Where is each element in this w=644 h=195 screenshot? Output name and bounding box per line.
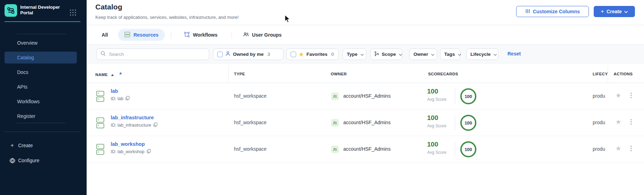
- favorite-star-button[interactable]: ★: [615, 92, 621, 99]
- favorites-label: Favorites: [306, 52, 327, 57]
- tab-divider: [171, 31, 171, 39]
- sidebar-divider: [17, 123, 66, 123]
- row-menu-button[interactable]: ⋮: [628, 118, 634, 126]
- entity-type: hsf_workspace: [234, 93, 266, 99]
- owned-by-me-filter[interactable]: Owned by me 3: [213, 48, 284, 60]
- page-subtitle: Keep track of applications, services, we…: [95, 15, 239, 20]
- entity-name-link[interactable]: lab: [111, 88, 118, 94]
- app-window: Internal Developer Portal Overview Catal…: [0, 0, 644, 195]
- entity-id: ID: lab: [111, 96, 130, 102]
- column-header-scorecards[interactable]: SCORECARDS: [428, 72, 458, 76]
- sort-asc-icon: [111, 73, 115, 77]
- search-box: [96, 48, 209, 60]
- favorite-star-button[interactable]: ★: [615, 145, 621, 152]
- entity-name-link[interactable]: lab_infrastructure: [111, 115, 154, 120]
- copy-icon[interactable]: [125, 96, 130, 102]
- avg-score-label: Avg Score: [427, 123, 446, 128]
- page-header: Catalog Keep track of applications, serv…: [87, 0, 644, 25]
- filter-bar: Owned by me 3 ★ Favorites 0 Type: [87, 45, 644, 63]
- search-icon: [101, 51, 106, 58]
- entity-id: ID: lab_infrastructure: [111, 122, 158, 128]
- column-header-name[interactable]: NAME: [95, 72, 122, 77]
- sidebar: Internal Developer Portal Overview Catal…: [0, 0, 87, 195]
- favorites-count: 0: [331, 52, 334, 57]
- chevron-down-icon: [493, 52, 497, 57]
- tab-resources[interactable]: Resources: [118, 29, 165, 41]
- score-divider: [455, 142, 455, 157]
- column-header-owner[interactable]: OWNER: [331, 72, 347, 76]
- entity-name-link[interactable]: lab_workshop: [111, 141, 145, 147]
- reset-filters-link[interactable]: Reset: [507, 51, 521, 57]
- row-menu-button[interactable]: ⋮: [628, 92, 634, 99]
- sidebar-item-register[interactable]: Register: [5, 110, 77, 122]
- brand-logo-icon: [5, 4, 17, 17]
- entity-lifecycle: produ: [593, 146, 607, 152]
- row-menu-button[interactable]: ⋮: [628, 145, 634, 152]
- sidebar-divider: [5, 132, 80, 132]
- tab-workflows[interactable]: Workflows: [178, 29, 224, 41]
- copy-icon[interactable]: [153, 122, 158, 128]
- entity-id-text: ID: lab: [111, 96, 123, 101]
- avg-score-value: 100: [427, 141, 438, 148]
- sidebar-item-workflows[interactable]: Workflows: [5, 96, 77, 107]
- tab-workflows-label: Workflows: [193, 32, 218, 38]
- tab-all-label: All: [102, 32, 108, 38]
- star-icon: ★: [299, 52, 303, 57]
- sidebar-create-button[interactable]: + Create: [0, 140, 87, 151]
- sidebar-item-docs[interactable]: Docs: [5, 66, 77, 78]
- column-header-actions: ACTIONS: [614, 72, 633, 76]
- page-title: Catalog: [95, 3, 122, 11]
- score-divider: [455, 89, 455, 104]
- chevron-down-icon: [458, 52, 461, 57]
- plus-icon: +: [9, 140, 16, 151]
- brand-title: Internal Developer Portal: [20, 5, 65, 16]
- scope-dropdown[interactable]: Scope: [370, 48, 402, 60]
- main-content: Catalog Keep track of applications, serv…: [87, 0, 644, 195]
- layers-icon: [124, 32, 130, 38]
- tags-dropdown[interactable]: Tags: [440, 48, 460, 60]
- columns-icon: [525, 9, 530, 15]
- pin-icon[interactable]: [118, 73, 122, 77]
- table-row[interactable]: lab_workshop ID: lab_workshop hsf_worksp…: [87, 136, 644, 163]
- scope-dropdown-label: Scope: [382, 52, 396, 57]
- column-header-lifecycle[interactable]: LIFECY: [593, 72, 608, 76]
- entity-owner: account/HSF_Admins: [343, 146, 390, 152]
- sidebar-item-label: Workflows: [17, 99, 39, 104]
- owned-by-me-checkbox[interactable]: [217, 52, 223, 57]
- lifecycle-dropdown-label: Lifecycle: [470, 52, 491, 57]
- column-header-type[interactable]: TYPE: [234, 72, 245, 76]
- lifecycle-dropdown[interactable]: Lifecycle: [466, 48, 498, 60]
- table-header: NAME TYPE OWNER SCORECARDS LIFECY ACTION…: [87, 66, 644, 83]
- workspace-icon: [96, 117, 104, 130]
- type-dropdown[interactable]: Type: [343, 48, 366, 60]
- sidebar-item-label: Docs: [17, 69, 28, 75]
- create-button[interactable]: + Create: [594, 6, 635, 17]
- sidebar-item-label: APIs: [17, 84, 28, 90]
- sidebar-item-overview[interactable]: Overview: [5, 37, 77, 49]
- entity-type: hsf_workspace: [234, 146, 266, 152]
- tab-user-groups[interactable]: User Groups: [238, 29, 286, 41]
- sidebar-item-label: Register: [17, 113, 35, 119]
- sidebar-item-label: Overview: [17, 40, 37, 46]
- entity-lifecycle: produ: [593, 93, 607, 99]
- favorites-filter[interactable]: ★ Favorites 0: [286, 48, 339, 60]
- sidebar-divider: [17, 34, 66, 34]
- workspace-icon: [96, 91, 104, 104]
- table-row[interactable]: lab_infrastructure ID: lab_infrastructur…: [87, 110, 644, 136]
- plus-icon: +: [601, 8, 604, 15]
- sidebar-item-apis[interactable]: APIs: [5, 81, 77, 93]
- apps-grid-icon[interactable]: [69, 9, 76, 16]
- sidebar-configure-button[interactable]: Configure: [0, 155, 87, 166]
- copy-icon[interactable]: [147, 149, 151, 155]
- tab-all[interactable]: All: [97, 29, 112, 41]
- sidebar-item-catalog[interactable]: Catalog: [5, 52, 77, 63]
- favorites-checkbox[interactable]: [291, 52, 296, 57]
- customize-columns-button[interactable]: Customize Columns: [516, 6, 589, 17]
- owner-dropdown[interactable]: Owner: [409, 48, 437, 60]
- entity-type: hsf_workspace: [234, 120, 266, 125]
- user-groups-icon: [243, 32, 249, 38]
- favorite-star-button[interactable]: ★: [615, 119, 621, 125]
- person-icon: [226, 51, 230, 57]
- table-row[interactable]: lab ID: lab hsf_workspace account/HSF_Ad…: [87, 83, 644, 110]
- search-input[interactable]: [109, 52, 200, 57]
